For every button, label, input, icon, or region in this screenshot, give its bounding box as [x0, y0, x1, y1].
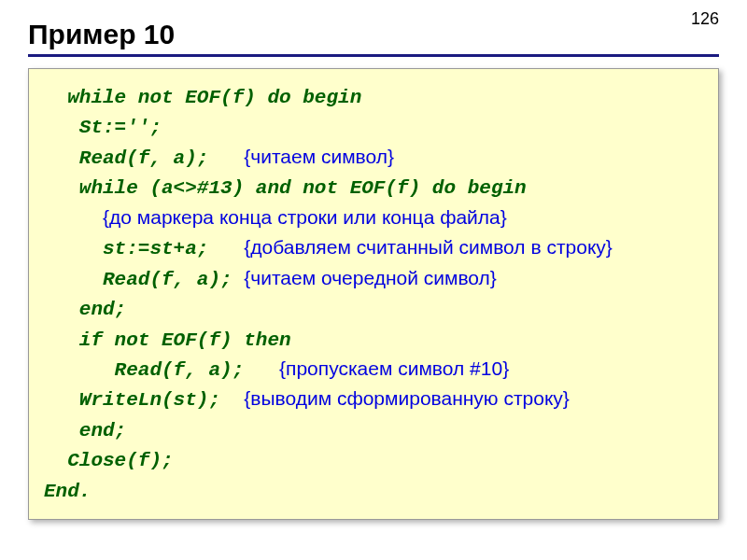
code-line: while not EOF(f) do begin [44, 82, 703, 112]
code-line: End. [44, 476, 703, 506]
code-text: WriteLn(st); [44, 389, 244, 411]
code-comment: {пропускаем символ #10} [279, 357, 509, 379]
code-text: st:=st+a; [44, 238, 244, 259]
code-text [44, 208, 103, 230]
code-comment: {читаем очередной символ} [244, 267, 497, 288]
code-text: End. [44, 481, 91, 502]
code-text: Close(f); [44, 450, 174, 471]
code-comment: {добавляем считанный символ в строку} [244, 236, 613, 258]
code-line: while (a<>#13) and not EOF(f) do begin [44, 173, 703, 203]
code-comment: {читаем символ} [244, 146, 394, 167]
code-line: Close(f); [44, 445, 703, 475]
code-line: end; [44, 294, 703, 324]
code-text: while (a<>#13) and not EOF(f) do begin [44, 177, 527, 199]
code-line: Read(f, a); {пропускаем символ #10} [44, 355, 703, 385]
code-line: WriteLn(st); {выводим сформированную стр… [44, 385, 703, 414]
slide-title: Пример 10 [28, 19, 719, 50]
code-line: St:=''; [44, 112, 703, 142]
code-line: st:=st+a; {добавляем считанный символ в … [44, 233, 703, 263]
code-text: Read(f, a); [44, 269, 244, 290]
code-text: end; [44, 420, 126, 441]
code-comment: {выводим сформированную строку} [244, 387, 570, 409]
code-text: Read(f, a); [44, 147, 244, 169]
slide: 126 Пример 10 while not EOF(f) do begin … [0, 0, 747, 539]
code-text: St:=''; [44, 117, 162, 138]
code-line: if not EOF(f) then [44, 325, 703, 355]
code-line: end; [44, 415, 703, 445]
code-line: Read(f, a); {читаем символ} [44, 143, 703, 173]
code-text: Read(f, a); [44, 359, 279, 381]
code-text: end; [44, 299, 126, 320]
code-text: while not EOF(f) do begin [44, 87, 361, 108]
page-number: 126 [691, 9, 719, 29]
code-line: {до маркера конца строки или конца файла… [44, 203, 703, 233]
code-line: Read(f, a); {читаем очередной символ} [44, 264, 703, 294]
code-text: if not EOF(f) then [44, 329, 291, 351]
code-comment: {до маркера конца строки или конца файла… [103, 206, 507, 228]
title-divider [28, 54, 719, 57]
code-box: while not EOF(f) do begin St:=''; Read(f… [28, 68, 719, 520]
